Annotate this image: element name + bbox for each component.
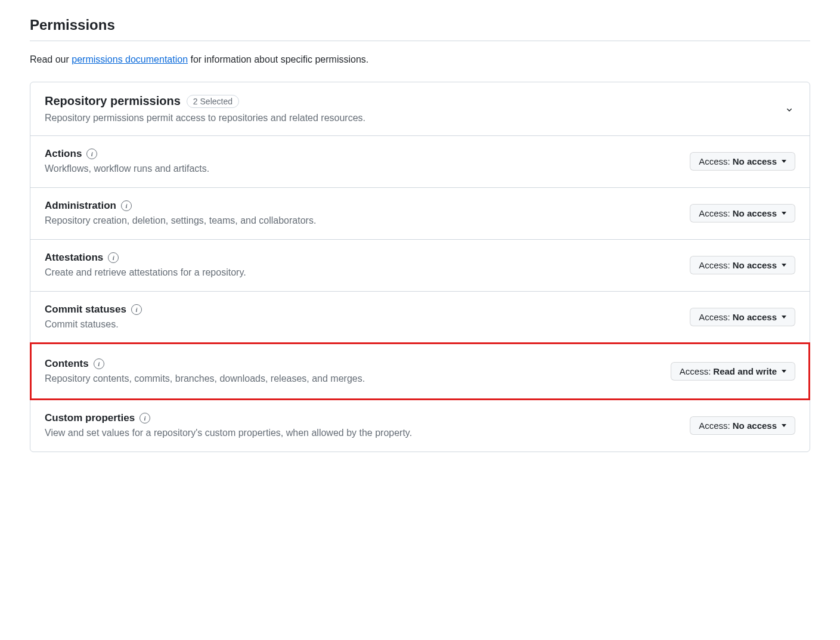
- permission-title: Contents: [45, 358, 89, 370]
- access-value: No access: [733, 312, 777, 322]
- access-value: No access: [733, 156, 777, 166]
- access-label: Access:: [680, 366, 711, 376]
- intro-suffix: for information about specific permissio…: [188, 54, 368, 64]
- info-icon[interactable]: i: [86, 149, 97, 159]
- access-dropdown-attestations[interactable]: Access: No access: [690, 256, 795, 274]
- access-dropdown-commit-statuses[interactable]: Access: No access: [690, 308, 795, 326]
- permission-row-administration: AdministrationiRepository creation, dele…: [30, 187, 810, 239]
- permission-title: Custom properties: [45, 412, 135, 424]
- chevron-down-icon: [785, 94, 795, 117]
- access-label: Access:: [699, 421, 730, 431]
- intro-text: Read our permissions documentation for i…: [30, 54, 810, 65]
- repository-permissions-panel: Repository permissions 2 Selected Reposi…: [30, 82, 810, 452]
- caret-down-icon: [782, 212, 786, 215]
- permission-row-attestations: AttestationsiCreate and retrieve attesta…: [30, 239, 810, 291]
- permission-row-commit-statuses: Commit statusesiCommit statuses.Access: …: [30, 291, 810, 343]
- permission-title: Actions: [45, 148, 82, 160]
- access-label: Access:: [699, 208, 730, 218]
- access-label: Access:: [699, 312, 730, 322]
- info-icon[interactable]: i: [108, 252, 119, 263]
- section-description: Repository permissions permit access to …: [45, 113, 365, 123]
- permission-title: Commit statuses: [45, 304, 126, 316]
- selected-count-badge: 2 Selected: [187, 95, 239, 108]
- access-dropdown-actions[interactable]: Access: No access: [690, 152, 795, 171]
- permission-description: Create and retrieve attestations for a r…: [45, 267, 246, 278]
- caret-down-icon: [782, 160, 786, 163]
- access-value: No access: [733, 260, 777, 270]
- permissions-doc-link[interactable]: permissions documentation: [72, 54, 188, 64]
- caret-down-icon: [782, 370, 786, 373]
- access-value: No access: [733, 208, 777, 218]
- section-title: Repository permissions: [45, 94, 181, 108]
- page-title: Permissions: [30, 17, 810, 41]
- access-dropdown-administration[interactable]: Access: No access: [690, 204, 795, 222]
- info-icon[interactable]: i: [121, 200, 132, 211]
- permission-description: View and set values for a repository's c…: [45, 428, 412, 438]
- info-icon[interactable]: i: [140, 413, 150, 423]
- caret-down-icon: [782, 316, 786, 319]
- access-value: No access: [733, 421, 777, 431]
- access-value: Read and write: [713, 366, 777, 376]
- caret-down-icon: [782, 264, 786, 267]
- permission-row-actions: ActionsiWorkflows, workflow runs and art…: [30, 135, 810, 187]
- access-label: Access:: [699, 156, 730, 166]
- access-label: Access:: [699, 260, 730, 270]
- permission-row-contents: ContentsiRepository contents, commits, b…: [30, 343, 810, 400]
- permission-description: Commit statuses.: [45, 319, 142, 330]
- info-icon[interactable]: i: [94, 358, 104, 369]
- permission-description: Repository creation, deletion, settings,…: [45, 215, 316, 226]
- access-dropdown-contents[interactable]: Access: Read and write: [671, 362, 795, 381]
- permission-title: Administration: [45, 200, 116, 212]
- permission-description: Repository contents, commits, branches, …: [45, 373, 365, 384]
- info-icon[interactable]: i: [131, 304, 142, 315]
- intro-prefix: Read our: [30, 54, 72, 64]
- caret-down-icon: [782, 424, 786, 427]
- permission-row-custom-properties: Custom propertiesiView and set values fo…: [30, 400, 810, 452]
- repository-permissions-header[interactable]: Repository permissions 2 Selected Reposi…: [30, 82, 810, 135]
- permission-title: Attestations: [45, 252, 103, 264]
- access-dropdown-custom-properties[interactable]: Access: No access: [690, 416, 795, 435]
- permission-description: Workflows, workflow runs and artifacts.: [45, 163, 209, 174]
